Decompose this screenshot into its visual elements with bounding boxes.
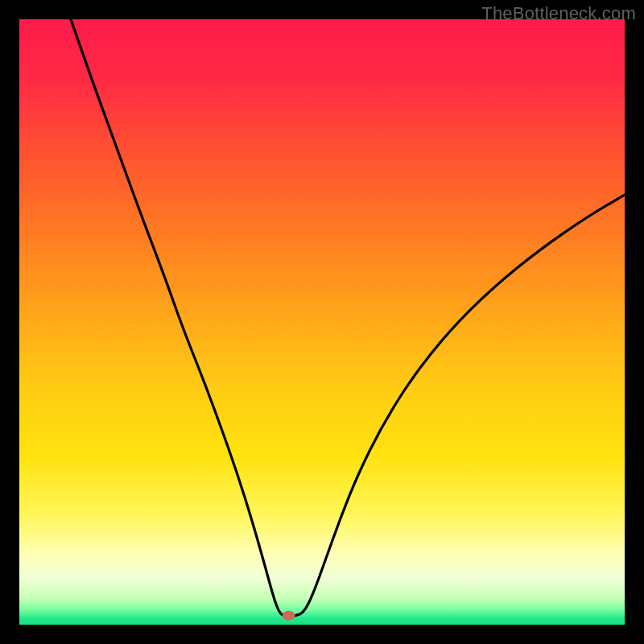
chart-frame: TheBottleneck.com — [0, 0, 644, 644]
plot-area — [19, 19, 625, 625]
gradient-background — [19, 19, 625, 625]
plot-svg — [19, 19, 625, 625]
selected-point-marker — [283, 611, 295, 621]
